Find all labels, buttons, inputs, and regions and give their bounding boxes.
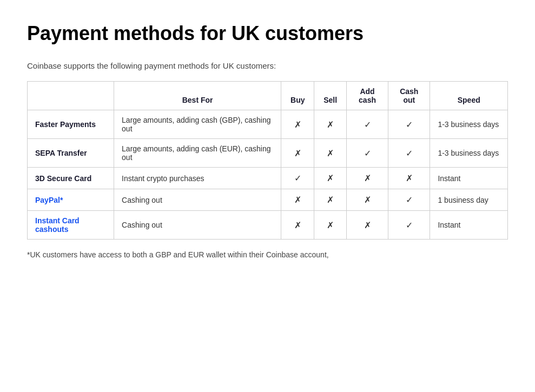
header-bestfor: Best For [114,82,281,110]
subtitle: Coinbase supports the following payment … [27,61,508,70]
cell-cashout-3: ✓ [388,189,430,211]
table-row: SEPA TransferLarge amounts, adding cash … [28,139,508,168]
cell-addcash-4: ✗ [346,211,388,240]
table-header-row: Best For Buy Sell Add cash Cash out Spee… [28,82,508,110]
cell-bestfor-4: Cashing out [114,211,281,240]
table-row: PayPal*Cashing out✗✗✗✓1 business day [28,189,508,211]
cell-bestfor-1: Large amounts, adding cash (EUR), cashin… [114,139,281,168]
cell-addcash-0: ✓ [346,110,388,139]
cell-bestfor-2: Instant crypto purchases [114,168,281,189]
cell-buy-3: ✗ [281,189,314,211]
cell-buy-0: ✗ [281,110,314,139]
cell-speed-0: 1-3 business days [430,110,508,139]
cell-buy-4: ✗ [281,211,314,240]
cell-sell-0: ✗ [314,110,347,139]
cell-name-1: SEPA Transfer [28,139,114,168]
cell-bestfor-0: Large amounts, adding cash (GBP), cashin… [114,110,281,139]
cell-speed-1: 1-3 business days [430,139,508,168]
cell-name-2: 3D Secure Card [28,168,114,189]
table-row: Faster PaymentsLarge amounts, adding cas… [28,110,508,139]
cell-name-0: Faster Payments [28,110,114,139]
header-sell: Sell [314,82,347,110]
cell-speed-2: Instant [430,168,508,189]
header-buy: Buy [281,82,314,110]
header-name [28,82,114,110]
table-row: Instant Card cashoutsCashing out✗✗✗✓Inst… [28,211,508,240]
cell-buy-2: ✓ [281,168,314,189]
cell-sell-2: ✗ [314,168,347,189]
cell-sell-4: ✗ [314,211,347,240]
cell-addcash-3: ✗ [346,189,388,211]
header-cash-out: Cash out [388,82,430,110]
cell-name-4: Instant Card cashouts [28,211,114,240]
cell-cashout-2: ✗ [388,168,430,189]
cell-bestfor-3: Cashing out [114,189,281,211]
header-add-cash: Add cash [346,82,388,110]
cell-sell-1: ✗ [314,139,347,168]
footnote: *UK customers have access to both a GBP … [27,250,508,259]
cell-addcash-2: ✗ [346,168,388,189]
cell-cashout-0: ✓ [388,110,430,139]
header-speed: Speed [430,82,508,110]
cell-addcash-1: ✓ [346,139,388,168]
cell-sell-3: ✗ [314,189,347,211]
table-row: 3D Secure CardInstant crypto purchases✓✗… [28,168,508,189]
cell-speed-3: 1 business day [430,189,508,211]
cell-cashout-1: ✓ [388,139,430,168]
cell-speed-4: Instant [430,211,508,240]
cell-buy-1: ✗ [281,139,314,168]
cell-cashout-4: ✓ [388,211,430,240]
page-title: Payment methods for UK customers [27,22,508,45]
cell-name-3: PayPal* [28,189,114,211]
payment-methods-table: Best For Buy Sell Add cash Cash out Spee… [27,81,508,240]
